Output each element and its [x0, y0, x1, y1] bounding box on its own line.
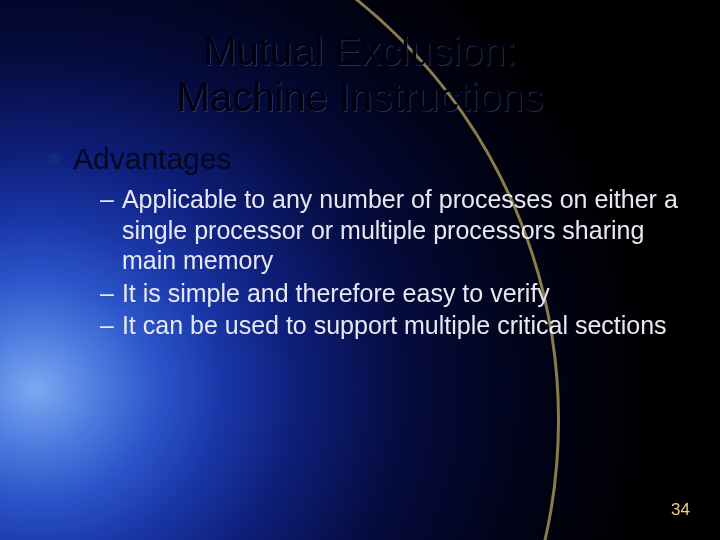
- page-number: 34: [671, 500, 690, 520]
- slide: Mutual Exclusion: Machine Instructions A…: [0, 0, 720, 540]
- dash-icon: –: [100, 278, 114, 309]
- advantages-list: – Applicable to any number of processes …: [100, 184, 678, 341]
- list-item-text: Applicable to any number of processes on…: [122, 184, 678, 276]
- dash-icon: –: [100, 310, 114, 341]
- list-item: – It can be used to support multiple cri…: [100, 310, 678, 341]
- bullet-advantages: Advantages: [48, 142, 678, 176]
- advantages-heading: Advantages: [73, 142, 231, 176]
- slide-title: Mutual Exclusion: Machine Instructions: [42, 28, 678, 120]
- list-item: – It is simple and therefore easy to ver…: [100, 278, 678, 309]
- list-item: – Applicable to any number of processes …: [100, 184, 678, 276]
- dash-icon: –: [100, 184, 114, 276]
- bullet-dot-icon: [48, 153, 61, 166]
- title-line-1: Mutual Exclusion:: [203, 29, 516, 73]
- list-item-text: It can be used to support multiple criti…: [122, 310, 667, 341]
- title-line-2: Machine Instructions: [177, 75, 544, 119]
- list-item-text: It is simple and therefore easy to verif…: [122, 278, 550, 309]
